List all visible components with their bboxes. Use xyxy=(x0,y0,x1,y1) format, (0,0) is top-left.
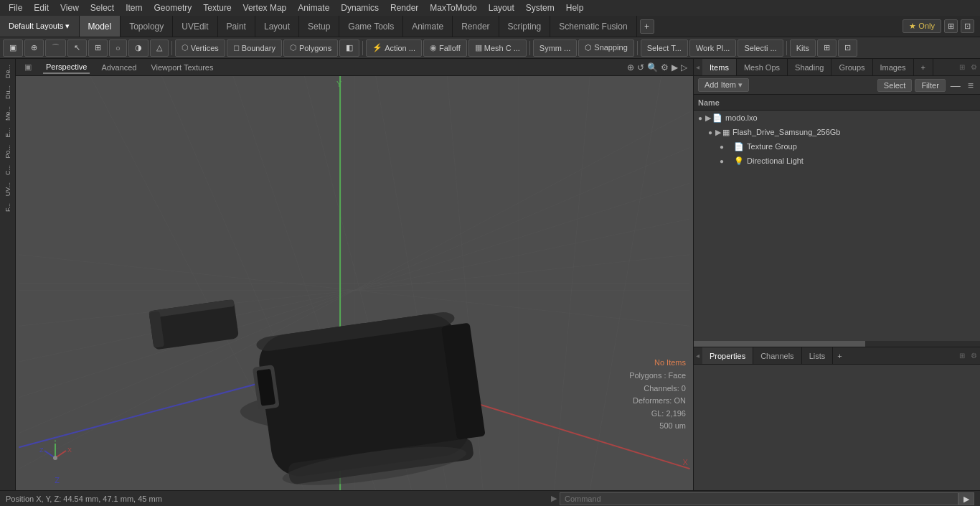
menu-render[interactable]: Render xyxy=(385,1,424,14)
tab-paint[interactable]: Paint xyxy=(218,16,255,37)
tab-items[interactable]: Items xyxy=(702,59,737,75)
toolbar-icon-1[interactable]: ⊞ xyxy=(817,39,837,57)
tool-mode-1[interactable]: ▣ xyxy=(3,39,23,57)
tool-mode-5[interactable]: ⊞ xyxy=(88,39,108,57)
tab-uvedit[interactable]: UVEdit xyxy=(173,16,217,37)
menu-dynamics[interactable]: Dynamics xyxy=(335,1,385,14)
viewport-canvas[interactable]: Z X Y No Items Polygons : Face Channels:… xyxy=(16,76,693,490)
tab-groups[interactable]: Groups xyxy=(831,59,872,75)
props-expand-icon[interactable]: ⊞ xyxy=(956,352,968,360)
viewport-control-1[interactable]: ⊕ xyxy=(627,62,634,72)
props-collapse-icon[interactable]: ◂ xyxy=(694,352,702,360)
viewport[interactable]: ▣ Perspective Advanced Viewport Textures… xyxy=(16,59,693,490)
viewport-control-5[interactable]: ▶ xyxy=(672,62,678,72)
shape-button[interactable]: ◧ xyxy=(339,39,359,57)
falloff-button[interactable]: ◉ Falloff xyxy=(423,39,467,57)
tab-images[interactable]: Images xyxy=(873,59,914,75)
props-gear-icon[interactable]: ⚙ xyxy=(968,352,980,360)
only-button[interactable]: ★ Only xyxy=(903,19,941,33)
menu-vertex-map[interactable]: Vertex Map xyxy=(237,1,293,14)
menu-animate[interactable]: Animate xyxy=(292,1,335,14)
layout-expand-button[interactable]: ⊞ xyxy=(944,19,958,33)
boundary-button[interactable]: ◻ Boundary xyxy=(227,39,282,57)
menu-file[interactable]: File xyxy=(3,1,28,14)
viewport-control-4[interactable]: ⚙ xyxy=(661,62,669,72)
list-item[interactable]: ● ▶ 💡 Directional Light xyxy=(694,154,980,168)
menu-texture[interactable]: Texture xyxy=(197,1,237,14)
right-panel-gear-icon[interactable]: ⚙ xyxy=(968,63,980,71)
command-exec-button[interactable]: ▶ xyxy=(958,492,974,505)
menu-view[interactable]: View xyxy=(55,1,85,14)
items-scroll-thumb[interactable] xyxy=(694,341,865,347)
viewport-control-3[interactable]: 🔍 xyxy=(647,62,658,72)
tab-layout[interactable]: Layout xyxy=(255,16,299,37)
expand-triangle-2[interactable]: ▶ xyxy=(715,128,721,137)
selecti-button[interactable]: Selecti ... xyxy=(738,39,783,57)
viewport-control-2[interactable]: ↺ xyxy=(637,62,644,72)
default-layouts-dropdown[interactable]: Default Layouts ▾ xyxy=(0,16,80,37)
vertices-button[interactable]: ⬡ Vertices xyxy=(175,39,225,57)
action-button[interactable]: ⚡ Action ... xyxy=(366,39,422,57)
filter-button[interactable]: Filter xyxy=(915,79,945,92)
add-layout-button[interactable]: + xyxy=(640,19,654,34)
sidebar-item-f[interactable]: F... xyxy=(3,200,13,215)
command-input[interactable] xyxy=(560,492,958,505)
tool-mode-8[interactable]: △ xyxy=(150,39,169,57)
tab-shading[interactable]: Shading xyxy=(788,59,831,75)
sidebar-item-e[interactable]: E... xyxy=(3,125,13,141)
menu-select[interactable]: Select xyxy=(85,1,120,14)
list-item[interactable]: ● ▶ 📄 Texture Group xyxy=(694,139,980,154)
polygons-button[interactable]: ⬡ Polygons xyxy=(283,39,338,57)
list-item[interactable]: ● ▶ 📄 modo.lxo xyxy=(694,111,980,125)
menu-edit[interactable]: Edit xyxy=(28,1,55,14)
right-panel-collapse[interactable]: ◂ xyxy=(694,63,702,71)
tab-channels[interactable]: Channels xyxy=(753,347,801,364)
menu-system[interactable]: System xyxy=(520,1,560,14)
menu-item[interactable]: Item xyxy=(120,1,148,14)
tool-mode-2[interactable]: ⊕ xyxy=(24,39,44,57)
snapping-button[interactable]: ⬡ Snapping xyxy=(578,39,634,57)
items-settings-button[interactable]: ≡ xyxy=(966,80,976,91)
tab-schematic-fusion[interactable]: Schematic Fusion xyxy=(550,16,636,37)
kits-button[interactable]: Kits xyxy=(790,39,816,57)
viewport-textures-tab[interactable]: Viewport Textures xyxy=(148,62,216,73)
sidebar-item-po[interactable]: Po... xyxy=(3,142,13,161)
tab-game-tools[interactable]: Game Tools xyxy=(339,16,403,37)
tab-topology[interactable]: Topology xyxy=(121,16,173,37)
tab-mesh-ops[interactable]: Mesh Ops xyxy=(737,59,788,75)
mesh-c-button[interactable]: ▦ Mesh C ... xyxy=(468,39,527,57)
toolbar-icon-2[interactable]: ⊡ xyxy=(838,39,857,57)
list-item[interactable]: ● ▶ ▦ Flash_Drive_Samsung_256Gb xyxy=(694,125,980,139)
props-tab-add[interactable]: + xyxy=(833,349,846,363)
items-minus-button[interactable]: — xyxy=(948,80,963,91)
tab-setup[interactable]: Setup xyxy=(299,16,339,37)
items-scroll-track[interactable] xyxy=(694,341,980,347)
tab-add[interactable]: + xyxy=(914,59,933,75)
sidebar-item-uv[interactable]: UV... xyxy=(3,179,13,199)
right-panel-expand-icon[interactable]: ⊞ xyxy=(956,63,968,71)
select-button[interactable]: Select xyxy=(877,79,913,92)
tool-mode-6[interactable]: ○ xyxy=(109,39,127,57)
tab-model[interactable]: Model xyxy=(80,16,121,37)
layout-fullscreen-button[interactable]: ⊡ xyxy=(961,19,974,33)
tab-lists[interactable]: Lists xyxy=(802,347,834,364)
tab-render[interactable]: Render xyxy=(453,16,499,37)
symm-button[interactable]: Symm ... xyxy=(533,39,577,57)
sidebar-item-de[interactable]: De... xyxy=(3,62,13,81)
menu-help[interactable]: Help xyxy=(560,1,590,14)
menu-maxtomodo[interactable]: MaxToModo xyxy=(424,1,482,14)
tool-mode-4[interactable]: ↖ xyxy=(67,39,87,57)
sidebar-item-me[interactable]: Me... xyxy=(3,103,13,123)
tool-mode-7[interactable]: ◑ xyxy=(128,39,149,57)
viewport-perspective-tab[interactable]: Perspective xyxy=(43,61,90,74)
menu-layout[interactable]: Layout xyxy=(483,1,520,14)
sidebar-item-du[interactable]: Du... xyxy=(3,83,13,102)
work-pl-button[interactable]: Work Pl... xyxy=(689,39,736,57)
tool-mode-3[interactable]: ⌒ xyxy=(45,39,66,57)
menu-geometry[interactable]: Geometry xyxy=(149,1,198,14)
expand-triangle-1[interactable]: ▶ xyxy=(705,113,711,123)
items-list[interactable]: ● ▶ 📄 modo.lxo ● ▶ ▦ Flash_Drive_Samsung… xyxy=(694,111,980,341)
tab-properties[interactable]: Properties xyxy=(702,347,753,364)
select-t-button[interactable]: Select T... xyxy=(641,39,688,57)
viewport-advanced-tab[interactable]: Advanced xyxy=(98,62,139,73)
